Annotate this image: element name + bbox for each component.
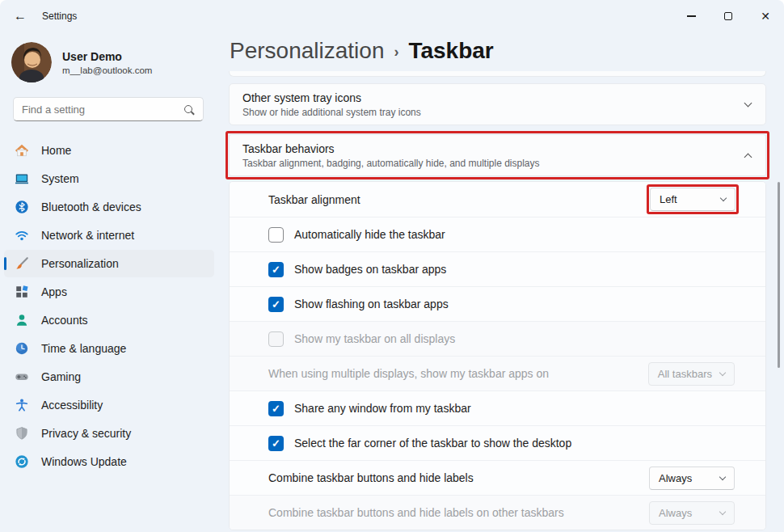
expander-taskbar-behaviors[interactable]: Taskbar behaviors Taskbar alignment, bad… xyxy=(229,134,766,176)
row-label: Show badges on taskbar apps xyxy=(294,263,735,276)
partial-card-above xyxy=(229,71,766,77)
combine-buttons-dropdown[interactable]: Always xyxy=(649,467,735,490)
sidebar-item-system[interactable]: System xyxy=(4,165,214,192)
sidebar-item-label: Network & internet xyxy=(41,229,134,242)
search-input[interactable] xyxy=(22,103,184,116)
sidebar-item-personalization[interactable]: Personalization xyxy=(4,250,214,277)
sidebar-item-home[interactable]: Home xyxy=(4,137,214,164)
row-taskbar-alignment: Taskbar alignment Left xyxy=(230,182,765,217)
show-flashing-checkbox[interactable] xyxy=(268,297,284,312)
breadcrumb-parent[interactable]: Personalization xyxy=(230,38,384,64)
sidebar-item-accessibility[interactable]: Accessibility xyxy=(4,391,214,419)
sidebar-item-label: Privacy & security xyxy=(41,427,131,440)
selection-indicator xyxy=(4,257,6,270)
close-icon: ✕ xyxy=(761,10,770,23)
taskbar-behaviors-rows: Taskbar alignment Left Automatically hid… xyxy=(229,181,766,530)
home-icon xyxy=(14,142,30,158)
sidebar-item-gaming[interactable]: Gaming xyxy=(4,363,214,391)
annotation-box-alignment-dropdown: Left xyxy=(647,184,739,214)
sidebar-item-label: Apps xyxy=(41,285,67,298)
network-icon xyxy=(14,227,30,243)
close-button[interactable]: ✕ xyxy=(747,0,784,32)
personalization-icon xyxy=(14,255,30,272)
expander-subtitle: Taskbar alignment, badging, automaticall… xyxy=(242,158,745,169)
row-label: Select the far corner of the taskbar to … xyxy=(294,437,735,450)
dropdown-value: Left xyxy=(660,193,677,205)
row-combine-buttons: Combine taskbar buttons and hide labels … xyxy=(230,460,765,495)
window-title: Settings xyxy=(42,11,77,22)
chevron-down-icon xyxy=(719,473,726,479)
sidebar-item-apps[interactable]: Apps xyxy=(4,278,214,306)
row-multiple-displays-apps: When using multiple displays, show my ta… xyxy=(230,356,765,391)
search-box[interactable] xyxy=(13,97,204,121)
row-label: Combine taskbar buttons and hide labels … xyxy=(268,506,649,519)
dropdown-value: All taskbars xyxy=(658,368,712,380)
dropdown-value: Always xyxy=(659,472,692,484)
auto-hide-checkbox[interactable] xyxy=(268,227,284,243)
chevron-down-icon xyxy=(744,99,752,108)
taskbar-alignment-dropdown[interactable]: Left xyxy=(650,188,736,211)
chevron-up-icon xyxy=(744,153,752,161)
system-icon xyxy=(14,171,30,187)
row-label: Combine taskbar buttons and hide labels xyxy=(268,471,649,484)
sidebar-item-network-internet[interactable]: Network & internet xyxy=(4,222,214,249)
page-title: Taskbar xyxy=(408,38,493,64)
row-label: Taskbar alignment xyxy=(268,193,647,206)
chevron-down-icon xyxy=(719,508,726,514)
dropdown-value: Always xyxy=(659,507,692,519)
bluetooth-icon xyxy=(14,199,30,215)
annotation-box-taskbar-behaviors: Taskbar behaviors Taskbar alignment, bad… xyxy=(226,131,769,179)
expander-other-system-tray-icons[interactable]: Other system tray icons Show or hide add… xyxy=(229,83,766,125)
all-displays-checkbox xyxy=(268,331,284,347)
sidebar-item-windows-update[interactable]: Windows Update xyxy=(4,448,214,475)
sidebar-item-label: Time & language xyxy=(41,342,126,355)
combine-buttons-other-dropdown: Always xyxy=(649,501,735,525)
expander-title: Other system tray icons xyxy=(242,91,745,104)
row-label: Show my taskbar on all displays xyxy=(294,332,735,345)
settings-list: Other system tray icons Show or hide add… xyxy=(229,71,766,530)
sidebar-item-label: Accessibility xyxy=(41,399,103,412)
vertical-scrollbar[interactable] xyxy=(778,182,780,368)
sidebar-item-time-language[interactable]: Time & language xyxy=(4,335,214,362)
time-language-icon xyxy=(14,340,30,357)
sidebar-item-label: Personalization xyxy=(41,257,119,270)
row-auto-hide-taskbar: Automatically hide the taskbar xyxy=(230,217,765,251)
back-button[interactable]: ← xyxy=(6,4,34,28)
user-profile[interactable]: User Demo m__lab@outlook.com xyxy=(0,32,218,92)
accessibility-icon xyxy=(14,397,30,413)
row-show-flashing: Show flashing on taskbar apps xyxy=(230,286,765,321)
maximize-icon xyxy=(724,12,732,20)
multiple-displays-dropdown: All taskbars xyxy=(648,362,735,386)
expander-title: Taskbar behaviors xyxy=(242,142,745,155)
minimize-icon xyxy=(687,15,696,16)
avatar xyxy=(11,42,52,82)
sidebar-item-label: Home xyxy=(41,144,71,157)
minimize-button[interactable] xyxy=(672,0,710,32)
gaming-icon xyxy=(14,369,30,385)
show-badges-checkbox[interactable] xyxy=(268,262,284,277)
chevron-down-icon xyxy=(719,369,726,375)
sidebar-item-accounts[interactable]: Accounts xyxy=(4,306,214,334)
sidebar-item-bluetooth-devices[interactable]: Bluetooth & devices xyxy=(4,193,214,221)
row-combine-buttons-other: Combine taskbar buttons and hide labels … xyxy=(230,495,765,530)
sidebar-item-label: Bluetooth & devices xyxy=(41,201,141,213)
search-icon xyxy=(184,105,192,113)
row-label: Show flashing on taskbar apps xyxy=(294,298,735,310)
share-window-checkbox[interactable] xyxy=(268,401,284,416)
titlebar: ← Settings ✕ xyxy=(0,0,784,32)
main-content: Personalization › Taskbar Other system t… xyxy=(218,32,784,532)
maximize-button[interactable] xyxy=(710,0,747,32)
breadcrumb: Personalization › Taskbar xyxy=(218,32,784,66)
sidebar-nav: Home System Bluetooth & devices Network … xyxy=(0,131,218,475)
user-name: User Demo xyxy=(62,50,152,63)
expander-subtitle: Show or hide additional system tray icon… xyxy=(242,107,745,118)
back-arrow-icon: ← xyxy=(14,9,27,23)
row-label: Share any window from my taskbar xyxy=(294,402,735,415)
sidebar-item-label: Windows Update xyxy=(41,455,127,468)
settings-window: ← Settings ✕ User Demo xyxy=(0,0,784,532)
far-corner-checkbox[interactable] xyxy=(268,436,284,451)
row-far-corner-desktop: Select the far corner of the taskbar to … xyxy=(230,425,765,460)
sidebar: User Demo m__lab@outlook.com Home System xyxy=(0,32,218,532)
sidebar-item-label: System xyxy=(41,172,79,185)
sidebar-item-privacy-security[interactable]: Privacy & security xyxy=(4,420,214,447)
